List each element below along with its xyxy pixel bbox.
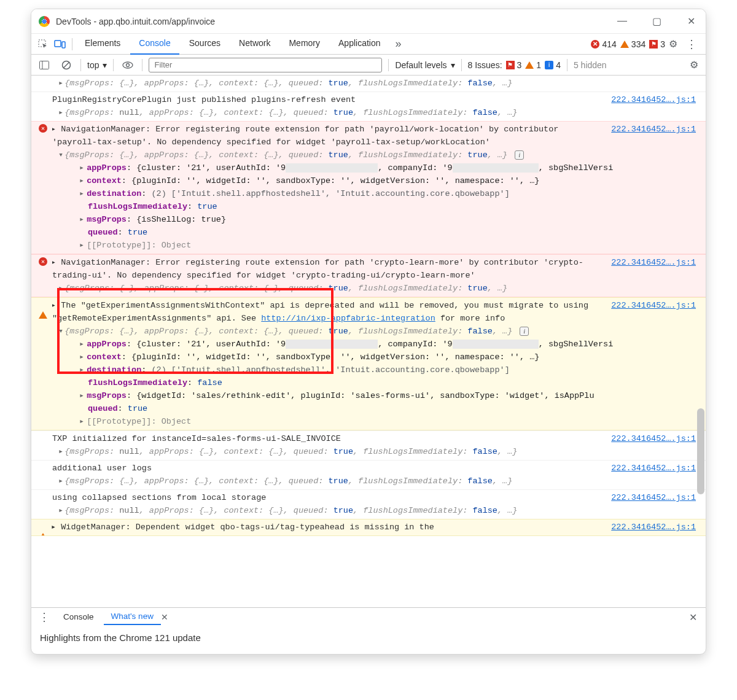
filter-input[interactable]: Filter (149, 58, 382, 72)
svg-line-6 (64, 62, 69, 68)
window-titlebar: DevTools - app.qbo.intuit.com/app/invoic… (31, 9, 706, 34)
log-message: PluginRegistryCorePlugin just published … (52, 95, 356, 104)
filter-placeholder: Filter (154, 60, 172, 69)
source-link[interactable]: 222.3416452….js:1 (611, 93, 696, 106)
source-link[interactable]: 222.3416452….js:1 (611, 432, 696, 445)
drawer-close-icon[interactable]: ✕ (684, 612, 702, 623)
log-message: additional user logs (52, 464, 152, 473)
source-link[interactable]: 222.3416452….js:1 (611, 462, 696, 475)
source-link[interactable]: 222.3416452….js:1 (611, 123, 696, 136)
window-maximize-button[interactable]: ▢ (648, 15, 665, 27)
kebab-menu-icon[interactable]: ⋮ (681, 37, 702, 51)
hidden-count[interactable]: 5 hidden (574, 60, 607, 70)
console-messages: ▸{msgProps: {…}, appProps: {…}, context:… (31, 76, 706, 607)
context-selector[interactable]: top ▾ (87, 60, 107, 70)
tab-console[interactable]: Console (130, 33, 179, 55)
warning-icon (39, 302, 47, 319)
chevron-down-icon: ▾ (451, 60, 455, 70)
svg-rect-2 (62, 42, 65, 48)
devtools-window: DevTools - app.qbo.intuit.com/app/invoic… (31, 9, 706, 655)
warning-icon (39, 524, 47, 536)
log-row-error[interactable]: ✕ 222.3416452….js:1 ▸ NavigationManager:… (31, 254, 706, 297)
close-icon[interactable]: ✕ (161, 612, 168, 622)
log-levels-selector[interactable]: Default levels ▾ (395, 60, 454, 70)
drawer-tab-console[interactable]: Console (56, 610, 101, 624)
drawer-tab-whatsnew[interactable]: What's new (104, 609, 161, 625)
whatsnew-headline: Highlights from the Chrome 121 update (40, 632, 201, 643)
issue-error-icon: ⚑ (506, 61, 515, 69)
clear-console-icon[interactable] (58, 57, 74, 73)
drawer: ⋮ Console What's new ✕ ✕ Highlights from… (31, 607, 706, 654)
issues-summary[interactable]: 8 Issues: ⚑3 1 i4 (468, 60, 561, 70)
levels-label: Default levels (395, 60, 446, 70)
log-row-error[interactable]: ✕ 222.3416452….js:1 ▸ NavigationManager:… (31, 121, 706, 254)
chrome-icon (39, 16, 50, 27)
tab-memory[interactable]: Memory (280, 33, 329, 55)
scrollbar[interactable] (697, 77, 704, 593)
window-minimize-button[interactable]: — (614, 15, 631, 27)
svg-rect-1 (55, 41, 61, 47)
issue-info-icon: i (545, 61, 553, 69)
log-row[interactable]: 222.3416452….js:1 TXP initialized for in… (31, 430, 706, 460)
log-row[interactable]: 222.3416452….js:1 additional user logs ▸… (31, 460, 706, 489)
console-toolbar: top ▾ Filter Default levels ▾ 8 Issues: … (31, 55, 706, 76)
panel-tabs: Elements Console Sources Network Memory … (31, 34, 706, 55)
log-message: NavigationManager: Error registering rou… (52, 258, 583, 280)
tab-elements[interactable]: Elements (76, 33, 129, 55)
warning-count: 334 (631, 39, 645, 49)
warning-icon (620, 41, 629, 48)
chevron-down-icon: ▾ (103, 60, 107, 70)
log-row[interactable]: 222.3416452….js:1 using collapsed sectio… (31, 489, 706, 519)
drawer-menu-icon[interactable]: ⋮ (35, 610, 53, 624)
tab-application[interactable]: Application (330, 33, 389, 55)
flag-icon: ⚑ (649, 40, 658, 49)
live-expression-icon[interactable] (120, 57, 136, 73)
window-close-button[interactable]: ✕ (682, 15, 700, 27)
log-row[interactable]: ▸{msgProps: {…}, appProps: {…}, context:… (31, 76, 706, 91)
more-tabs-icon[interactable]: » (391, 36, 407, 52)
source-link[interactable]: 222.3416452….js:1 (611, 256, 696, 269)
svg-point-8 (127, 63, 130, 66)
issue-warn-icon (525, 61, 534, 69)
error-icon: ✕ (39, 124, 47, 133)
error-icon: ✕ (591, 40, 599, 49)
source-link[interactable]: 222.3416452….js:1 (611, 299, 696, 312)
log-message: NavigationManager: Error registering rou… (52, 125, 558, 147)
svg-point-7 (123, 62, 133, 68)
log-message: TXP initialized for instanceId=sales-for… (52, 434, 341, 443)
source-link[interactable]: 222.3416452….js:1 (611, 491, 696, 504)
svg-rect-3 (40, 61, 49, 69)
message-counts[interactable]: ✕414 334 ⚑3 (591, 39, 665, 49)
source-link[interactable]: 222.3416452….js:1 (611, 521, 696, 534)
info-icon[interactable]: i (515, 150, 524, 160)
context-value: top (87, 60, 99, 70)
doc-link[interactable]: http://in/ixp-appfabric-integration (261, 314, 435, 323)
info-icon[interactable]: i (520, 327, 529, 336)
sidebar-toggle-icon[interactable] (36, 57, 52, 73)
flag-count: 3 (660, 39, 665, 49)
log-row-warning[interactable]: 222.3416452….js:1 ▸ The "getExperimentAs… (31, 297, 706, 430)
log-message: using collapsed sections from local stor… (52, 493, 266, 502)
log-row[interactable]: 222.3416452….js:1 PluginRegistryCorePlug… (31, 91, 706, 121)
gear-icon[interactable]: ⚙ (666, 38, 680, 50)
tab-network[interactable]: Network (230, 33, 279, 55)
error-icon: ✕ (39, 257, 47, 266)
console-settings-icon[interactable]: ⚙ (687, 59, 701, 71)
window-title: DevTools - app.qbo.intuit.com/app/invoic… (56, 17, 215, 26)
error-count: 414 (602, 39, 616, 49)
issues-label: 8 Issues: (468, 60, 502, 70)
inspect-icon[interactable] (35, 36, 51, 52)
tab-sources[interactable]: Sources (181, 33, 229, 55)
device-toggle-icon[interactable] (52, 36, 68, 52)
log-row-warning[interactable]: 222.3416452….js:1 ▸ WidgetManager: Depen… (31, 519, 706, 536)
log-message: WidgetManager: Dependent widget qbo-tags… (61, 523, 434, 532)
